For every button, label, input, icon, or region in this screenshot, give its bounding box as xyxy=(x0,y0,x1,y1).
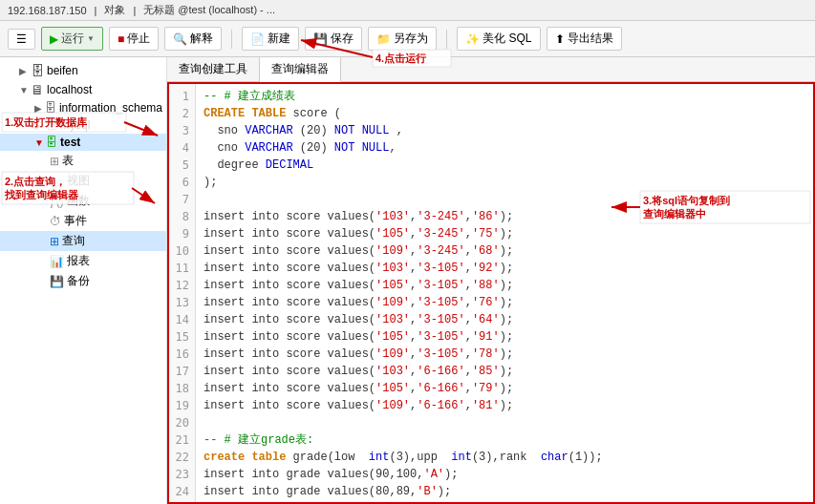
sidebar-label-backup: 备份 xyxy=(67,273,90,289)
code-content[interactable]: -- # 建立成绩表 CREATE TABLE score ( sno VARC… xyxy=(196,84,813,502)
sidebar-label-mysql: mysql xyxy=(60,118,90,132)
nav-object[interactable]: 对象 xyxy=(104,3,125,17)
explain-icon: 🔍 xyxy=(173,32,187,46)
toggle-mysql[interactable]: ▶ xyxy=(34,120,46,131)
export-button[interactable]: ⬆ 导出结果 xyxy=(547,27,622,51)
sidebar-label-view: 视图 xyxy=(67,173,90,189)
run-label: 运行 xyxy=(61,31,84,47)
toolbar: ☰ ▶ 运行 ▼ ■ 停止 🔍 解释 📄 新建 💾 保存 xyxy=(0,21,815,57)
db-icon-test: 🗄 xyxy=(46,136,57,149)
new-button[interactable]: 📄 新建 xyxy=(242,27,299,51)
sidebar-label-beifen: beifen xyxy=(47,64,78,77)
tab-query-editor-label: 查询编辑器 xyxy=(271,61,329,77)
sidebar-item-report[interactable]: 📊 报表 xyxy=(0,251,166,271)
toggle-test[interactable]: ▼ xyxy=(34,137,46,148)
query-icon: ⊞ xyxy=(50,235,59,248)
nav-sep: | xyxy=(95,5,97,16)
page: 192.168.187.150 | 对象 | 无标题 @test (localh… xyxy=(0,0,815,504)
sidebar-label-infschema: information_schema xyxy=(59,101,162,115)
sidebar-label-function: 函数 xyxy=(67,193,90,209)
sidebar-label-report: 报表 xyxy=(67,253,90,269)
stop-label: 停止 xyxy=(127,31,150,47)
save-button[interactable]: 💾 保存 xyxy=(305,27,362,51)
run-dropdown-icon: ▼ xyxy=(87,34,95,43)
view-icon: ○○ xyxy=(50,175,64,188)
content-area: ▶ 🗄 beifen ▼ 🖥 localhost ▶ 🗄 information… xyxy=(0,57,815,504)
saveas-button[interactable]: 📁 另存为 xyxy=(368,27,437,51)
server-icon: 🖥 xyxy=(31,82,44,97)
editor-area: 查询创建工具 查询编辑器 123456789101112131415161718… xyxy=(167,57,815,504)
code-editor-wrapper: 1234567891011121314151617181920212223242… xyxy=(167,82,815,504)
save-label: 保存 xyxy=(331,31,354,47)
export-icon: ⬆ xyxy=(555,32,565,46)
nav-sep2: | xyxy=(133,5,136,16)
export-label: 导出结果 xyxy=(568,31,613,47)
sidebar-label-localhost: localhost xyxy=(47,83,92,96)
line-2: CREATE TABLE xyxy=(204,107,286,120)
report-icon: 📊 xyxy=(50,255,64,268)
sidebar-label-event: 事件 xyxy=(64,213,87,229)
backup-icon: 💾 xyxy=(50,275,64,288)
db-icon-beifen: 🗄 xyxy=(31,63,44,78)
function-icon: ƒ() xyxy=(50,195,64,208)
saveas-label: 另存为 xyxy=(394,31,428,47)
beautify-label: 美化 SQL xyxy=(483,31,531,47)
toggle-infschema[interactable]: ▶ xyxy=(34,103,45,114)
tab-query-create-label: 查询创建工具 xyxy=(179,61,247,77)
new-label: 新建 xyxy=(268,31,290,47)
event-icon: ⏱ xyxy=(50,215,61,228)
toggle-beifen[interactable]: ▶ xyxy=(19,66,31,76)
beautify-icon: ✨ xyxy=(465,32,480,46)
db-icon-infschema: 🗄 xyxy=(45,101,56,115)
sidebar-item-view[interactable]: ○○ 视图 xyxy=(0,171,166,191)
sidebar-item-mysql[interactable]: ▶ 🗄 mysql xyxy=(0,116,166,134)
toggle-localhost[interactable]: ▼ xyxy=(19,85,31,95)
db-icon-mysql: 🗄 xyxy=(46,118,57,132)
sep1 xyxy=(231,30,232,49)
run-icon: ▶ xyxy=(50,32,58,46)
line-numbers: 1234567891011121314151617181920212223242… xyxy=(169,84,196,502)
table-icon: ⊞ xyxy=(50,155,59,168)
explain-label: 解释 xyxy=(190,31,213,47)
sidebar-item-localhost[interactable]: ▼ 🖥 localhost xyxy=(0,80,166,99)
explain-button[interactable]: 🔍 解释 xyxy=(164,27,222,51)
sidebar-item-beifen[interactable]: ▶ 🗄 beifen xyxy=(0,61,166,80)
stop-icon: ■ xyxy=(118,32,124,46)
save-icon: 💾 xyxy=(313,32,328,46)
sidebar-item-event[interactable]: ⏱ 事件 xyxy=(0,211,166,231)
code-editor[interactable]: 1234567891011121314151617181920212223242… xyxy=(169,84,813,502)
menu-button[interactable]: ☰ xyxy=(8,29,35,50)
sidebar-label-test: test xyxy=(60,136,80,149)
nav-ip: 192.168.187.150 xyxy=(8,5,87,16)
new-icon: 📄 xyxy=(250,32,265,46)
sidebar-label-table: 表 xyxy=(62,153,74,169)
tab-query-create[interactable]: 查询创建工具 xyxy=(167,57,260,81)
tab-bar: 查询创建工具 查询编辑器 xyxy=(167,57,815,82)
sep2 xyxy=(446,30,447,49)
sidebar-item-query[interactable]: ⊞ 查询 xyxy=(0,231,166,251)
sidebar-item-test[interactable]: ▼ 🗄 test xyxy=(0,134,166,151)
sidebar-item-table[interactable]: ⊞ 表 xyxy=(0,151,166,171)
sidebar-item-backup[interactable]: 💾 备份 xyxy=(0,271,166,291)
run-button[interactable]: ▶ 运行 ▼ xyxy=(41,27,103,51)
sidebar-label-query: 查询 xyxy=(62,233,85,249)
sidebar-item-function[interactable]: ƒ() 函数 xyxy=(0,191,166,211)
beautify-button[interactable]: ✨ 美化 SQL xyxy=(457,27,540,51)
saveas-icon: 📁 xyxy=(376,32,391,46)
top-nav: 192.168.187.150 | 对象 | 无标题 @test (localh… xyxy=(0,0,815,21)
sidebar-item-information-schema[interactable]: ▶ 🗄 information_schema xyxy=(0,99,166,116)
tab-query-editor[interactable]: 查询编辑器 xyxy=(260,57,341,82)
nav-title: 无标题 @test (localhost) - ... xyxy=(143,3,275,17)
stop-button[interactable]: ■ 停止 xyxy=(109,27,159,51)
line-1: -- # 建立成绩表 xyxy=(204,90,295,103)
sidebar: ▶ 🗄 beifen ▼ 🖥 localhost ▶ 🗄 information… xyxy=(0,57,167,504)
